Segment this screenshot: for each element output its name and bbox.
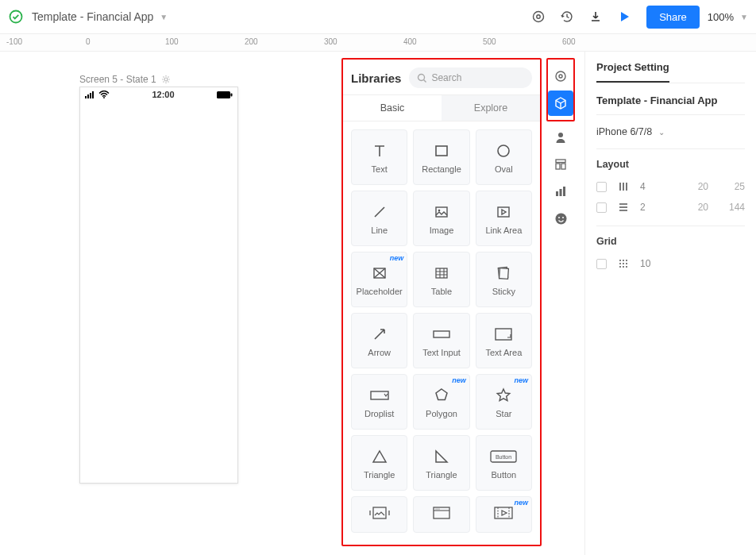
svg-point-11 [418, 74, 425, 80]
screen-settings-icon[interactable] [161, 75, 171, 84]
svg-rect-22 [496, 329, 511, 340]
grid-section-label: Grid [596, 226, 745, 253]
zoom-control[interactable]: 100% ▼ [708, 11, 748, 23]
svg-rect-20 [499, 268, 509, 279]
tab-explore[interactable]: Explore [442, 95, 540, 121]
library-item-label: Table [431, 287, 452, 296]
checkbox[interactable] [596, 182, 607, 192]
triangle-icon [371, 446, 388, 467]
library-item-oval[interactable]: Oval [476, 129, 532, 185]
new-badge: new [390, 254, 404, 262]
library-item-linkarea[interactable]: Link Area [476, 191, 532, 246]
button-icon: Button [490, 446, 517, 467]
library-item-rect[interactable]: Rectangle [413, 129, 469, 185]
library-item-label: Text Input [422, 348, 461, 357]
checkbox[interactable] [596, 259, 607, 269]
screen-label[interactable]: Screen 5 - State 1 [79, 74, 171, 85]
svg-point-33 [559, 75, 562, 78]
svg-rect-26 [373, 507, 386, 518]
rows-icon [616, 202, 631, 213]
textarea-icon [494, 324, 513, 345]
library-item-table[interactable]: Table [413, 252, 469, 307]
library-item-arrow[interactable]: Arrow [351, 313, 407, 368]
layout-icon[interactable] [548, 152, 573, 177]
library-item-video[interactable]: new [476, 496, 532, 533]
library-item-carousel[interactable] [351, 496, 407, 533]
library-item-placeholder[interactable]: Placeholdernew [351, 252, 407, 307]
zoom-caret-icon: ▼ [740, 13, 748, 21]
download-icon[interactable] [584, 6, 607, 28]
library-item-polygon[interactable]: Polygonnew [413, 374, 469, 430]
svg-text:Button: Button [496, 454, 511, 460]
ruler-tick: 0 [86, 37, 91, 46]
svg-rect-9 [217, 91, 230, 98]
library-item-label: Droplist [364, 409, 394, 418]
share-button[interactable]: Share [646, 6, 700, 29]
libraries-grid: TextRectangleOvalLineImageLink AreaPlace… [343, 121, 540, 538]
project-name: Template - Financial App [596, 83, 745, 115]
tab-basic[interactable]: Basic [343, 95, 442, 121]
components-icon[interactable] [548, 91, 573, 116]
layout-value: 4 [640, 181, 672, 192]
svg-point-42 [558, 217, 560, 218]
svg-rect-6 [90, 93, 91, 98]
ruler-tick: 400 [403, 37, 417, 46]
library-item-button[interactable]: ButtonButton [476, 435, 532, 491]
svg-point-3 [164, 78, 168, 81]
chart-icon[interactable] [548, 179, 573, 204]
layout-value: 2 [640, 202, 672, 213]
library-item-star[interactable]: Starnew [476, 374, 532, 430]
project-title[interactable]: Template - Financial App [32, 10, 153, 23]
chevron-down-icon: ⌄ [658, 128, 665, 137]
svg-rect-21 [434, 331, 449, 337]
project-dropdown-icon[interactable]: ▼ [160, 13, 168, 21]
droplist-icon [369, 385, 390, 406]
svg-point-46 [626, 260, 627, 261]
device-frame[interactable]: 12:00 [79, 87, 238, 484]
library-item-text[interactable]: Text [351, 129, 407, 185]
layout-rows-row[interactable]: 2 20 144 [596, 197, 745, 218]
line-icon [371, 202, 388, 222]
horizontal-ruler: -100 0 100 200 300 400 500 600 [0, 34, 756, 52]
app-logo-icon [8, 9, 24, 25]
library-item-line[interactable]: Line [351, 191, 407, 246]
layout-columns-row[interactable]: 4 20 25 [596, 176, 745, 197]
svg-point-41 [555, 213, 566, 224]
svg-point-15 [438, 210, 441, 212]
library-item-rtriangle[interactable]: Triangle [413, 435, 469, 491]
library-item-label: Oval [495, 164, 513, 174]
svg-point-43 [562, 217, 564, 218]
library-item-webpage[interactable] [413, 496, 469, 533]
library-item-droplist[interactable]: Droplist [351, 374, 407, 430]
library-item-textarea[interactable]: Text Area [476, 313, 532, 368]
target-icon[interactable] [548, 64, 573, 89]
libraries-search-input[interactable]: Search [409, 67, 532, 88]
library-item-label: Text [372, 164, 388, 174]
checkbox[interactable] [596, 202, 607, 213]
sticky-icon [495, 263, 512, 283]
library-item-image[interactable]: Image [413, 191, 469, 246]
person-icon[interactable] [548, 125, 573, 150]
svg-rect-40 [563, 187, 565, 196]
device-time: 12:00 [152, 90, 174, 99]
project-settings-panel: Project Setting Template - Financial App… [584, 52, 756, 555]
device-selector[interactable]: iPhone 6/7/8 ⌄ [596, 115, 745, 148]
columns-icon [616, 181, 631, 192]
play-icon[interactable] [613, 6, 635, 28]
preview-eye-icon[interactable] [527, 6, 550, 28]
svg-point-48 [623, 263, 624, 264]
grid-row[interactable]: 10 [596, 253, 745, 274]
library-item-sticky[interactable]: Sticky [476, 252, 532, 307]
libraries-panel: Libraries Search Basic Explore TextRecta… [341, 58, 542, 546]
emoji-icon[interactable] [548, 206, 573, 231]
history-icon[interactable] [556, 6, 578, 28]
grid-value: 10 [640, 258, 745, 269]
library-item-textinput[interactable]: Text Input [413, 313, 469, 368]
library-item-label: Link Area [485, 225, 522, 235]
zoom-value: 100% [708, 11, 734, 23]
svg-point-13 [498, 145, 509, 156]
svg-point-47 [619, 263, 621, 264]
svg-rect-36 [556, 164, 560, 169]
svg-point-29 [437, 508, 438, 509]
library-item-triangle[interactable]: Triangle [351, 435, 407, 491]
